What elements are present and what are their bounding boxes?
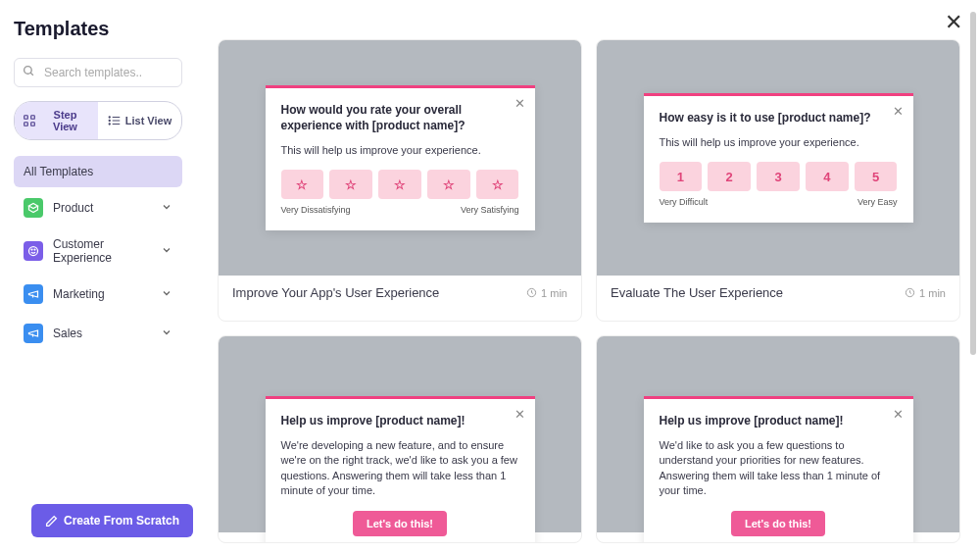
svg-rect-5 [31, 123, 35, 126]
survey-heading: Help us improve [product name]! [281, 413, 519, 428]
list-view-label: List View [125, 115, 172, 126]
scrollbar-thumb[interactable] [970, 12, 976, 355]
view-toggle: Step View List View [14, 101, 182, 140]
megaphone-icon [24, 284, 43, 304]
card-title: Evaluate The User Experience [611, 285, 783, 300]
card-duration: 1 min [526, 287, 567, 299]
scale-high: Very Satisfying [461, 205, 519, 215]
search-icon [23, 64, 35, 81]
close-icon: ✕ [514, 407, 525, 422]
rating-option: 5 [855, 162, 898, 191]
svg-point-0 [24, 67, 32, 75]
survey-cta-button: Let's do this! [731, 511, 825, 536]
svg-point-12 [29, 247, 38, 256]
card-preview: ✕ How would you rate your overall experi… [219, 40, 581, 276]
chevron-down-icon [161, 287, 172, 302]
template-card[interactable]: ✕ How would you rate your overall experi… [218, 39, 582, 322]
close-icon: ✕ [514, 96, 525, 111]
star-rating: ☆ ☆ ☆ ☆ ☆ [281, 170, 519, 199]
scale-high: Very Easy [858, 197, 898, 207]
scale-low: Very Difficult [660, 197, 709, 207]
svg-rect-2 [24, 116, 28, 120]
number-rating: 1 2 3 4 5 [660, 162, 898, 191]
template-card[interactable]: ✕ How easy is it to use [product name]? … [596, 39, 960, 322]
star-option: ☆ [378, 170, 421, 199]
box-icon [24, 198, 43, 218]
chevron-down-icon [161, 327, 172, 341]
category-label: Customer Experience [53, 237, 161, 265]
scale-labels: Very Difficult Very Easy [660, 197, 898, 207]
step-view-button[interactable]: Step View [15, 102, 98, 139]
category-label: Marketing [53, 287, 105, 301]
svg-point-10 [109, 120, 110, 121]
survey-subtext: We'd like to ask you a few questions to … [660, 438, 898, 499]
survey-subtext: This will help us improve your experienc… [660, 135, 898, 150]
svg-line-1 [30, 73, 33, 75]
template-card[interactable]: ✕ Help us improve [product name]! We'd l… [596, 335, 960, 544]
sidebar: Templates Step View List View All Templa… [0, 0, 196, 553]
svg-point-9 [109, 117, 110, 118]
close-icon: ✕ [893, 104, 904, 119]
card-preview: ✕ How easy is it to use [product name]? … [597, 40, 959, 276]
star-option: ☆ [476, 170, 519, 199]
svg-rect-4 [24, 123, 28, 126]
card-duration: 1 min [905, 287, 946, 299]
survey-heading: How easy is it to use [product name]? [660, 110, 898, 126]
survey-preview: ✕ Help us improve [product name]! We're … [266, 396, 535, 543]
survey-subtext: This will help us improve your experienc… [281, 143, 519, 158]
star-option: ☆ [427, 170, 470, 199]
category-marketing[interactable]: Marketing [14, 276, 182, 313]
close-icon[interactable]: ✕ [945, 10, 962, 35]
clock-icon [526, 287, 537, 298]
search-input[interactable] [14, 58, 182, 87]
star-option: ☆ [329, 170, 372, 199]
card-title: Improve Your App's User Experience [232, 285, 439, 300]
pencil-icon [45, 515, 58, 528]
svg-point-14 [34, 249, 35, 250]
category-label: Sales [53, 327, 82, 340]
category-label: All Templates [24, 165, 93, 178]
rating-option: 4 [806, 162, 849, 191]
survey-preview: ✕ How easy is it to use [product name]? … [644, 93, 913, 224]
page-title: Templates [14, 18, 182, 40]
step-view-label: Step View [40, 109, 90, 132]
scale-low: Very Dissatisfying [281, 205, 351, 215]
svg-point-11 [109, 124, 110, 125]
template-card[interactable]: ✕ Help us improve [product name]! We're … [218, 335, 582, 544]
category-product[interactable]: Product [14, 189, 182, 226]
category-all-templates[interactable]: All Templates [14, 156, 182, 187]
create-button-label: Create From Scratch [64, 514, 179, 528]
create-from-scratch-button[interactable]: Create From Scratch [31, 504, 193, 537]
survey-preview: ✕ How would you rate your overall experi… [266, 85, 535, 231]
template-grid: ✕ How would you rate your overall experi… [218, 39, 960, 553]
search-wrap [14, 58, 182, 87]
survey-heading: Help us improve [product name]! [660, 413, 898, 428]
survey-subtext: We're developing a new feature, and to e… [281, 438, 519, 499]
close-icon: ✕ [893, 407, 904, 422]
category-label: Product [53, 201, 93, 215]
clock-icon [905, 287, 915, 298]
rating-option: 2 [708, 162, 751, 191]
megaphone-icon [24, 324, 43, 343]
rating-option: 1 [660, 162, 703, 191]
chevron-down-icon [161, 244, 172, 259]
smile-icon [24, 241, 43, 261]
category-customer-experience[interactable]: Customer Experience [14, 228, 182, 274]
svg-point-13 [31, 249, 32, 250]
scale-labels: Very Dissatisfying Very Satisfying [281, 205, 519, 215]
star-option: ☆ [281, 170, 324, 199]
card-footer: Improve Your App's User Experience 1 min [219, 276, 581, 310]
card-footer: Evaluate The User Experience 1 min [597, 276, 959, 310]
chevron-down-icon [161, 201, 172, 216]
card-preview: ✕ Help us improve [product name]! We'd l… [597, 336, 959, 532]
rating-option: 3 [757, 162, 800, 191]
card-preview: ✕ Help us improve [product name]! We're … [219, 336, 581, 532]
list-view-button[interactable]: List View [98, 102, 181, 139]
survey-preview: ✕ Help us improve [product name]! We'd l… [644, 396, 913, 543]
category-sales[interactable]: Sales [14, 315, 182, 352]
svg-rect-3 [31, 116, 35, 120]
survey-heading: How would you rate your overall experien… [281, 102, 519, 133]
survey-cta-button: Let's do this! [353, 511, 447, 536]
